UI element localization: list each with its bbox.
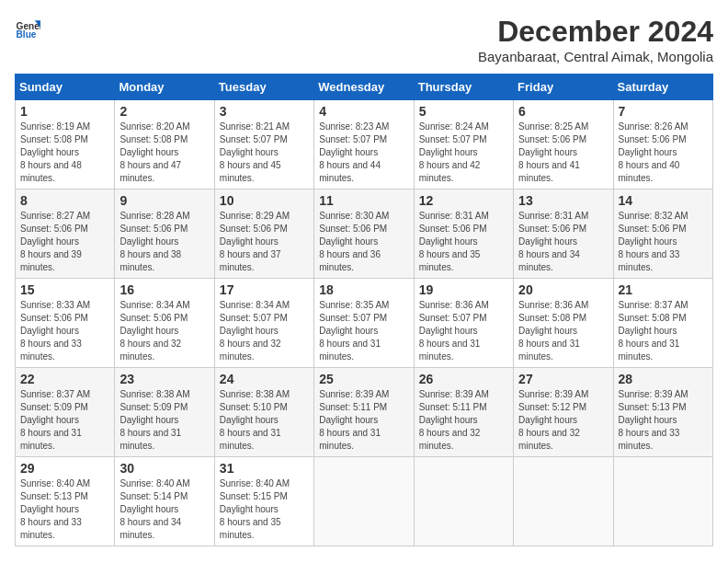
sunrise-label: Sunrise: 8:32 AM	[619, 211, 688, 221]
daylight-label: Daylight hours	[619, 236, 677, 247]
day-info: Sunrise: 8:35 AM Sunset: 5:07 PM Dayligh…	[319, 299, 408, 363]
sunrise-label: Sunrise: 8:36 AM	[419, 300, 489, 310]
calendar-cell: 21 Sunrise: 8:37 AM Sunset: 5:08 PM Dayl…	[613, 279, 712, 368]
day-info: Sunrise: 8:29 AM Sunset: 5:06 PM Dayligh…	[220, 210, 309, 274]
day-info: Sunrise: 8:39 AM Sunset: 5:11 PM Dayligh…	[319, 388, 408, 453]
sunrise-label: Sunrise: 8:33 AM	[20, 300, 90, 310]
day-info: Sunrise: 8:36 AM Sunset: 5:08 PM Dayligh…	[518, 299, 608, 363]
day-number: 13	[518, 193, 608, 208]
daylight-duration: 8 hours and 31 minutes.	[319, 428, 381, 451]
sunset-label: Sunset: 5:11 PM	[419, 402, 487, 412]
daylight-label: Daylight hours	[319, 326, 378, 336]
day-info: Sunrise: 8:40 AM Sunset: 5:14 PM Dayligh…	[119, 477, 209, 542]
calendar-week-1: 1 Sunrise: 8:19 AM Sunset: 5:08 PM Dayli…	[16, 100, 713, 190]
calendar-cell: 24 Sunrise: 8:38 AM Sunset: 5:10 PM Dayl…	[214, 368, 313, 457]
daylight-duration: 8 hours and 40 minutes.	[619, 160, 680, 183]
sunset-label: Sunset: 5:06 PM	[518, 134, 586, 144]
daylight-label: Daylight hours	[119, 504, 178, 514]
calendar-cell: 7 Sunrise: 8:26 AM Sunset: 5:06 PM Dayli…	[613, 100, 712, 190]
day-number: 12	[419, 193, 508, 208]
calendar-cell	[314, 457, 414, 546]
calendar-cell: 18 Sunrise: 8:35 AM Sunset: 5:07 PM Dayl…	[314, 279, 414, 368]
calendar-cell: 23 Sunrise: 8:38 AM Sunset: 5:09 PM Dayl…	[115, 368, 214, 457]
sunset-label: Sunset: 5:08 PM	[518, 313, 586, 323]
day-info: Sunrise: 8:37 AM Sunset: 5:08 PM Dayligh…	[619, 299, 708, 363]
sunrise-label: Sunrise: 8:28 AM	[119, 211, 189, 221]
sunrise-label: Sunrise: 8:23 AM	[319, 121, 389, 132]
sunrise-label: Sunrise: 8:31 AM	[518, 211, 588, 221]
daylight-label: Daylight hours	[220, 326, 279, 336]
calendar-cell: 9 Sunrise: 8:28 AM Sunset: 5:06 PM Dayli…	[115, 190, 214, 279]
daylight-label: Daylight hours	[619, 147, 677, 157]
sunset-label: Sunset: 5:14 PM	[119, 491, 188, 501]
header-row: Sunday Monday Tuesday Wednesday Thursday…	[16, 75, 713, 100]
calendar-cell	[514, 457, 613, 546]
day-info: Sunrise: 8:37 AM Sunset: 5:09 PM Dayligh…	[20, 388, 109, 453]
daylight-label: Daylight hours	[119, 236, 178, 247]
daylight-label: Daylight hours	[319, 147, 378, 157]
daylight-duration: 8 hours and 33 minutes.	[619, 428, 680, 451]
daylight-duration: 8 hours and 33 minutes.	[20, 339, 82, 362]
header-friday: Friday	[514, 75, 613, 100]
daylight-duration: 8 hours and 47 minutes.	[119, 160, 181, 183]
calendar-cell: 27 Sunrise: 8:39 AM Sunset: 5:12 PM Dayl…	[514, 368, 613, 457]
sunset-label: Sunset: 5:08 PM	[119, 134, 188, 144]
daylight-label: Daylight hours	[220, 236, 279, 247]
sunrise-label: Sunrise: 8:40 AM	[20, 478, 90, 488]
calendar-table: Sunday Monday Tuesday Wednesday Thursday…	[15, 74, 713, 546]
day-number: 10	[220, 193, 309, 208]
daylight-label: Daylight hours	[119, 415, 178, 425]
sunset-label: Sunset: 5:08 PM	[20, 134, 88, 144]
sunset-label: Sunset: 5:06 PM	[20, 313, 88, 323]
calendar-week-2: 8 Sunrise: 8:27 AM Sunset: 5:06 PM Dayli…	[16, 190, 713, 279]
sunset-label: Sunset: 5:06 PM	[619, 224, 687, 234]
calendar-cell: 30 Sunrise: 8:40 AM Sunset: 5:14 PM Dayl…	[115, 457, 214, 546]
daylight-label: Daylight hours	[20, 504, 79, 514]
calendar-cell: 14 Sunrise: 8:32 AM Sunset: 5:06 PM Dayl…	[613, 190, 712, 279]
header-sunday: Sunday	[16, 75, 115, 100]
day-number: 18	[319, 282, 408, 297]
daylight-label: Daylight hours	[518, 326, 577, 336]
day-number: 26	[419, 372, 508, 386]
day-info: Sunrise: 8:34 AM Sunset: 5:07 PM Dayligh…	[220, 299, 309, 363]
daylight-duration: 8 hours and 31 minutes.	[518, 339, 580, 362]
calendar-cell: 4 Sunrise: 8:23 AM Sunset: 5:07 PM Dayli…	[314, 100, 414, 190]
calendar-cell: 19 Sunrise: 8:36 AM Sunset: 5:07 PM Dayl…	[414, 279, 513, 368]
calendar-cell: 28 Sunrise: 8:39 AM Sunset: 5:13 PM Dayl…	[613, 368, 712, 457]
sunrise-label: Sunrise: 8:37 AM	[619, 300, 688, 310]
header-wednesday: Wednesday	[314, 75, 414, 100]
daylight-duration: 8 hours and 31 minutes.	[220, 428, 281, 451]
daylight-duration: 8 hours and 37 minutes.	[220, 249, 281, 272]
daylight-duration: 8 hours and 32 minutes.	[119, 339, 181, 362]
sunrise-label: Sunrise: 8:38 AM	[220, 389, 290, 399]
calendar-cell: 16 Sunrise: 8:34 AM Sunset: 5:06 PM Dayl…	[115, 279, 214, 368]
location-title: Bayanbaraat, Central Aimak, Mongolia	[478, 49, 713, 64]
day-number: 15	[20, 282, 109, 297]
day-info: Sunrise: 8:39 AM Sunset: 5:13 PM Dayligh…	[619, 388, 708, 453]
daylight-label: Daylight hours	[419, 236, 478, 247]
day-number: 27	[518, 372, 608, 386]
daylight-label: Daylight hours	[518, 147, 577, 157]
logo: General Blue	[15, 15, 40, 40]
sunrise-label: Sunrise: 8:24 AM	[419, 121, 489, 132]
page-header: General Blue December 2024 Bayanbaraat, …	[15, 15, 713, 64]
day-number: 28	[619, 372, 708, 386]
daylight-duration: 8 hours and 34 minutes.	[518, 249, 580, 272]
day-info: Sunrise: 8:36 AM Sunset: 5:07 PM Dayligh…	[419, 299, 508, 363]
day-info: Sunrise: 8:40 AM Sunset: 5:13 PM Dayligh…	[20, 477, 109, 542]
calendar-week-5: 29 Sunrise: 8:40 AM Sunset: 5:13 PM Dayl…	[16, 457, 713, 546]
sunrise-label: Sunrise: 8:34 AM	[220, 300, 290, 310]
sunset-label: Sunset: 5:06 PM	[20, 224, 88, 234]
daylight-duration: 8 hours and 39 minutes.	[20, 249, 82, 272]
daylight-duration: 8 hours and 31 minutes.	[319, 339, 381, 362]
daylight-label: Daylight hours	[419, 147, 478, 157]
calendar-cell: 26 Sunrise: 8:39 AM Sunset: 5:11 PM Dayl…	[414, 368, 513, 457]
sunrise-label: Sunrise: 8:37 AM	[20, 389, 90, 399]
daylight-label: Daylight hours	[319, 415, 378, 425]
sunrise-label: Sunrise: 8:40 AM	[220, 478, 290, 488]
daylight-duration: 8 hours and 32 minutes.	[220, 339, 281, 362]
calendar-cell: 3 Sunrise: 8:21 AM Sunset: 5:07 PM Dayli…	[214, 100, 313, 190]
day-number: 6	[518, 104, 608, 119]
daylight-duration: 8 hours and 31 minutes.	[119, 428, 181, 451]
sunset-label: Sunset: 5:07 PM	[319, 134, 387, 144]
